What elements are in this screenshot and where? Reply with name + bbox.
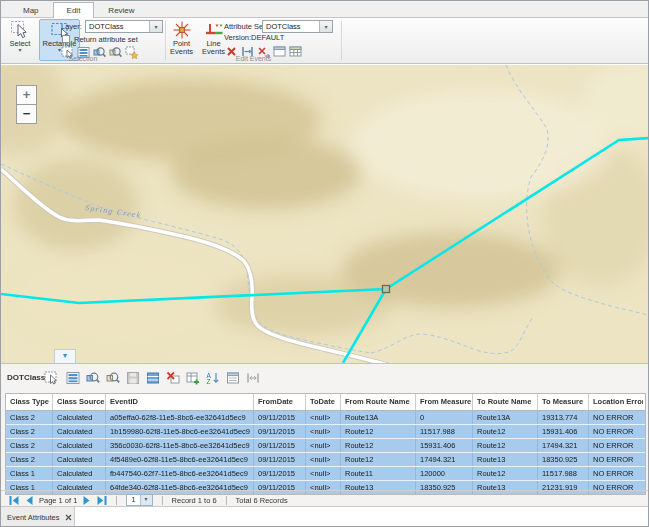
next-page-button[interactable] bbox=[83, 496, 91, 505]
table-cell: 09/11/2015 bbox=[254, 453, 306, 466]
layer-label: Layer: bbox=[61, 22, 82, 31]
table-cell: Class 1 bbox=[6, 467, 53, 480]
last-page-button[interactable] bbox=[97, 496, 107, 505]
attributes-window-icon[interactable] bbox=[226, 371, 240, 385]
bottom-tab-strip: Event Attributes bbox=[1, 506, 648, 527]
close-icon[interactable] bbox=[65, 514, 72, 521]
table-cell: <null> bbox=[306, 411, 341, 424]
table-cell: Route11 bbox=[341, 467, 416, 480]
attributes-table: Class TypeClass SourceEventIDFromDateToD… bbox=[5, 393, 646, 495]
chevron-down-icon[interactable]: ▾ bbox=[149, 21, 162, 32]
column-header[interactable]: From Route Name bbox=[341, 394, 416, 410]
map-view[interactable]: Spring Creek + − bbox=[1, 65, 648, 363]
add-record-icon[interactable] bbox=[186, 371, 200, 385]
zoom-in-button[interactable]: + bbox=[16, 85, 37, 105]
column-header[interactable]: Location Error bbox=[589, 394, 643, 410]
delete-selected-icon[interactable] bbox=[166, 371, 180, 385]
switch-selection-icon[interactable] bbox=[146, 371, 160, 385]
table-cell: 09/11/2015 bbox=[254, 467, 306, 480]
line-events-icon bbox=[204, 20, 224, 40]
fit-columns-icon[interactable] bbox=[246, 371, 260, 385]
column-header[interactable]: From Measure bbox=[416, 394, 473, 410]
layer-name-label: DOTClass bbox=[7, 373, 45, 382]
first-page-button[interactable] bbox=[9, 496, 19, 505]
pan-to-selected-icon[interactable] bbox=[106, 371, 120, 385]
chevron-down-icon[interactable]: ▾ bbox=[319, 21, 332, 32]
table-cell: 4f5489e0-62f8-11e5-8bc6-ee32641d5ec9 bbox=[106, 453, 254, 466]
event-attributes-panel: DOTClass AZ bbox=[1, 363, 648, 527]
column-header[interactable]: Class Type bbox=[6, 394, 53, 410]
table-cell: Class 2 bbox=[6, 425, 53, 438]
table-cell: Route12 bbox=[341, 439, 416, 452]
tab-edit[interactable]: Edit bbox=[53, 2, 95, 18]
table-row[interactable]: Class 2Calculated4f5489e0-62f8-11e5-8bc6… bbox=[6, 453, 645, 467]
column-header[interactable]: Class Source bbox=[53, 394, 106, 410]
chevron-down-icon: ▾ bbox=[18, 48, 21, 53]
table-cell: Calculated bbox=[53, 453, 106, 466]
tab-review[interactable]: Review bbox=[94, 2, 148, 18]
edit-events-group: Point Events Line Events Attribute Set: … bbox=[166, 18, 341, 63]
table-cell: 0 bbox=[416, 411, 473, 424]
column-header[interactable]: FromDate bbox=[254, 394, 306, 410]
page-number-dropdown[interactable]: 1 ▾ bbox=[126, 494, 152, 506]
separator bbox=[162, 496, 163, 505]
tab-event-attributes[interactable]: Event Attributes bbox=[1, 507, 75, 527]
table-cell: 19313.774 bbox=[538, 411, 589, 424]
column-header[interactable]: ToDate bbox=[306, 394, 341, 410]
table-cell: NO ERROR bbox=[589, 439, 643, 452]
chevron-down-icon: ▾ bbox=[140, 495, 152, 505]
table-cell: Calculated bbox=[53, 411, 106, 424]
table-cell: 09/11/2015 bbox=[254, 411, 306, 424]
select-cursor-icon bbox=[10, 20, 30, 40]
route-junction-vertex[interactable] bbox=[383, 286, 390, 293]
table-cell: 15931.406 bbox=[538, 425, 589, 438]
ribbon-tab-bar: Map Edit Review bbox=[1, 1, 648, 18]
table-cell: Calculated bbox=[53, 467, 106, 480]
table-cell: Class 2 bbox=[6, 453, 53, 466]
return-attribute-set-label: Return attribute set bbox=[74, 35, 138, 44]
table-cell: Route12 bbox=[473, 439, 538, 452]
svg-text:Z: Z bbox=[207, 378, 211, 385]
edit-events-group-label: Edit Events bbox=[166, 55, 341, 62]
table-cell: NO ERROR bbox=[589, 425, 643, 438]
selection-group-label: Selection bbox=[1, 55, 165, 62]
event-editor-window: Map Edit Review Select ▾ bbox=[0, 0, 649, 527]
table-cell: 17494.321 bbox=[416, 453, 473, 466]
column-header[interactable]: To Route Name bbox=[473, 394, 538, 410]
sort-records-icon[interactable]: AZ bbox=[206, 371, 220, 385]
save-edits-icon[interactable] bbox=[126, 371, 140, 385]
table-cell: Route13 bbox=[473, 453, 538, 466]
ribbon: Select ▾ Rectangle ▾ Layer: DOTClass ▾ R… bbox=[1, 18, 648, 64]
layer-dropdown[interactable]: DOTClass ▾ bbox=[85, 20, 163, 33]
table-cell: <null> bbox=[306, 453, 341, 466]
table-cell: 1b159980-62f8-11e5-8bc6-ee32641d5ec9 bbox=[106, 425, 254, 438]
column-header[interactable]: To Measure bbox=[538, 394, 589, 410]
panel-collapse-button[interactable]: ▼ bbox=[54, 349, 76, 363]
zoom-to-selected-icon[interactable] bbox=[86, 371, 100, 385]
table-cell: 356c0030-62f8-11e5-8bc6-ee32641d5ec9 bbox=[106, 439, 254, 452]
table-row[interactable]: Class 2Calculated356c0030-62f8-11e5-8bc6… bbox=[6, 439, 645, 453]
return-attribute-set-checkbox[interactable] bbox=[62, 35, 70, 43]
show-selected-records-icon[interactable] bbox=[66, 371, 80, 385]
basemap: Spring Creek bbox=[1, 65, 648, 363]
table-row[interactable]: Class 2Calculateda05effa0-62f8-11e5-8bc6… bbox=[6, 411, 645, 425]
column-header[interactable]: EventID bbox=[106, 394, 254, 410]
attribute-set-dropdown[interactable]: DOTClass ▾ bbox=[262, 20, 333, 33]
table-cell: 11517.988 bbox=[538, 467, 589, 480]
record-range-label: Record 1 to 6 bbox=[172, 496, 217, 505]
select-records-icon[interactable] bbox=[44, 371, 58, 385]
table-row[interactable]: Class 1Calculatedfb447540-62f7-11e5-8bc6… bbox=[6, 467, 645, 481]
tab-map[interactable]: Map bbox=[9, 2, 53, 18]
selection-group: Select ▾ Rectangle ▾ Layer: DOTClass ▾ R… bbox=[1, 18, 165, 63]
table-cell: Calculated bbox=[53, 425, 106, 438]
table-row[interactable]: Class 2Calculated1b159980-62f8-11e5-8bc6… bbox=[6, 425, 645, 439]
previous-page-button[interactable] bbox=[25, 496, 33, 505]
zoom-out-button[interactable]: − bbox=[16, 104, 37, 124]
table-cell: Route12 bbox=[341, 453, 416, 466]
table-body: Class 2Calculateda05effa0-62f8-11e5-8bc6… bbox=[6, 411, 645, 494]
chevron-down-icon: ▼ bbox=[62, 352, 69, 359]
map-zoom-control: + − bbox=[16, 85, 37, 124]
table-cell: a05effa0-62f8-11e5-8bc6-ee32641d5ec9 bbox=[106, 411, 254, 424]
table-cell: Class 2 bbox=[6, 439, 53, 452]
table-cell: <null> bbox=[306, 439, 341, 452]
